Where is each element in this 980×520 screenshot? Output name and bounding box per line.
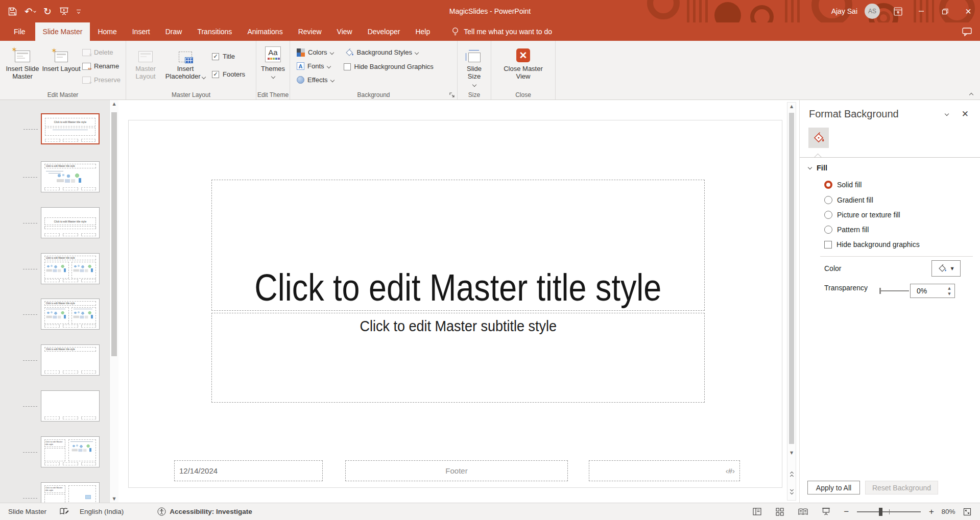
tab-developer[interactable]: Developer — [360, 22, 408, 41]
scrollbar-thumb[interactable] — [111, 112, 117, 356]
picture-or-texture-fill-radio[interactable]: Picture or texture fill — [824, 211, 900, 219]
tab-transitions[interactable]: Transitions — [189, 22, 240, 41]
fonts-button[interactable]: A Fonts — [295, 61, 336, 71]
comments-button[interactable] — [962, 22, 972, 41]
ribbon-display-options-button[interactable] — [886, 0, 910, 22]
insert-placeholder-icon — [179, 52, 192, 62]
tab-file[interactable]: File — [4, 22, 35, 41]
previous-slide-button[interactable] — [787, 472, 796, 478]
slideshow-view-button[interactable] — [818, 508, 833, 515]
undo-button[interactable]: ↶ — [25, 7, 36, 16]
close-button[interactable]: × — [957, 0, 980, 22]
apply-to-all-button[interactable]: Apply to All — [807, 481, 860, 494]
solid-fill-radio[interactable]: Solid fill — [824, 181, 862, 189]
zoom-in-button[interactable]: + — [926, 507, 937, 517]
scroll-down-icon[interactable]: ▼ — [787, 451, 796, 455]
tab-draw[interactable]: Draw — [158, 22, 190, 41]
colors-button[interactable]: Colors — [295, 47, 336, 58]
accessibility-status[interactable]: Accessibility: Investigate — [157, 507, 252, 516]
save-button[interactable] — [8, 7, 17, 16]
effects-button[interactable]: Effects — [295, 75, 336, 85]
pattern-fill-radio[interactable]: Pattern fill — [824, 226, 869, 234]
thumbnail-layout-1[interactable]: Click to edit Master title style — [41, 161, 100, 192]
slide-size-button[interactable]: Slide Size — [461, 43, 488, 88]
hide-background-graphics-checkbox[interactable]: Hide Background Graphics — [344, 63, 434, 70]
fill-section-header[interactable]: Fill — [808, 164, 827, 172]
slider-thumb[interactable] — [879, 288, 881, 294]
thumbnail-layout-5[interactable]: Click to edit Master title style — [41, 344, 100, 376]
scrollbar-thumb[interactable] — [789, 113, 794, 444]
tab-home[interactable]: Home — [90, 22, 124, 41]
tab-help[interactable]: Help — [408, 22, 438, 41]
spin-up-icon[interactable]: ▲ — [948, 286, 950, 290]
thumbnail-slide-master[interactable]: Click to edit Master title style — [41, 113, 100, 144]
gradient-fill-radio[interactable]: Gradient fill — [824, 196, 873, 204]
status-view-label[interactable]: Slide Master — [8, 508, 46, 515]
start-slideshow-button[interactable] — [59, 7, 69, 15]
user-name[interactable]: Ajay Sai — [831, 7, 857, 15]
normal-view-button[interactable] — [749, 508, 764, 515]
redo-icon: ↻ — [43, 7, 52, 16]
fill-tab-button[interactable] — [808, 128, 829, 148]
collapse-ribbon-button[interactable] — [969, 93, 973, 97]
thumbnail-layout-6[interactable] — [41, 390, 100, 422]
editor-scrollbar[interactable]: ▲ ▼ — [787, 102, 796, 501]
thumbnail-layout-7[interactable]: Click to edit Master title style — [41, 436, 100, 467]
scroll-up-icon[interactable]: ▲ — [110, 102, 118, 106]
thumbnail-scrollbar[interactable]: ▲ ▼ — [109, 100, 118, 503]
tab-insert[interactable]: Insert — [125, 22, 158, 41]
insert-layout-button[interactable]: ✶ Insert Layout — [42, 43, 81, 72]
rename-button[interactable]: ✎ Rename — [81, 61, 122, 71]
slide-sorter-button[interactable] — [772, 508, 787, 516]
title-placeholder[interactable]: Click to edit Master title style — [211, 180, 705, 311]
subtitle-placeholder[interactable]: Click to edit Master subtitle style — [211, 313, 705, 403]
close-master-view-button[interactable]: ✕ Close Master View — [499, 43, 548, 80]
scroll-down-icon[interactable]: ▼ — [110, 497, 118, 501]
fit-slide-to-window-button[interactable] — [960, 508, 975, 516]
thumbnail-layout-4[interactable]: Click to edit Master title style — [41, 299, 100, 330]
language-button[interactable]: English (India) — [80, 508, 124, 515]
zoom-slider-thumb[interactable] — [879, 508, 882, 516]
reset-background-button[interactable]: Reset Background — [865, 481, 938, 494]
restore-button[interactable] — [933, 0, 957, 22]
zoom-slider[interactable] — [857, 511, 921, 512]
redo-button[interactable]: ↻ — [43, 7, 52, 16]
transparency-slider[interactable] — [879, 290, 909, 291]
transparency-input[interactable]: 0% ▲▼ — [910, 284, 955, 298]
title-checkbox[interactable]: ✓ Title — [212, 53, 245, 60]
zoom-level[interactable]: 80% — [937, 508, 960, 515]
date-placeholder[interactable]: 12/14/2024 — [174, 460, 323, 481]
zoom-out-button[interactable]: − — [841, 507, 852, 517]
chevron-down-icon[interactable] — [945, 112, 949, 116]
hide-background-graphics-checkbox[interactable]: Hide background graphics — [824, 240, 920, 249]
next-slide-button[interactable] — [787, 488, 796, 494]
tab-animations[interactable]: Animations — [240, 22, 290, 41]
tab-slide-master[interactable]: Slide Master — [35, 22, 90, 41]
tell-me-box[interactable]: Tell me what you want to do — [452, 22, 552, 41]
paint-bucket-icon — [938, 264, 947, 273]
avatar[interactable]: AS — [865, 4, 880, 19]
slide-sorter-icon — [776, 508, 784, 516]
customize-qat-button[interactable] — [77, 10, 81, 13]
color-picker-button[interactable]: ▼ — [931, 260, 961, 277]
transparency-value[interactable]: 0% — [911, 287, 944, 295]
themes-button[interactable]: Aa Themes — [259, 43, 286, 78]
panel-close-button[interactable]: ✕ — [962, 109, 969, 119]
background-styles-button[interactable]: Background Styles — [344, 47, 434, 58]
spellcheck-button[interactable] — [60, 508, 69, 515]
footers-checkbox[interactable]: ✓ Footers — [212, 70, 245, 78]
slide-canvas[interactable]: Click to edit Master title style Click t… — [128, 120, 782, 488]
thumbnail-layout-2[interactable]: Click to edit Master title style — [41, 207, 100, 238]
reading-view-button[interactable] — [795, 508, 810, 515]
slide-number-placeholder[interactable]: ‹#› — [589, 460, 740, 481]
insert-placeholder-button[interactable]: Insert Placeholder — [162, 43, 209, 80]
spin-down-icon[interactable]: ▼ — [948, 292, 950, 296]
tab-review[interactable]: Review — [291, 22, 329, 41]
minimize-button[interactable] — [910, 0, 933, 22]
thumbnail-layout-3[interactable]: Click to edit Master title style — [41, 253, 100, 284]
tab-view[interactable]: View — [329, 22, 360, 41]
thumbnail-layout-8[interactable]: Click to edit Master title style — [41, 482, 100, 503]
scroll-up-icon[interactable]: ▲ — [787, 104, 796, 109]
footer-placeholder[interactable]: Footer — [345, 460, 568, 481]
insert-slide-master-button[interactable]: ✶ Insert Slide Master — [3, 43, 42, 80]
